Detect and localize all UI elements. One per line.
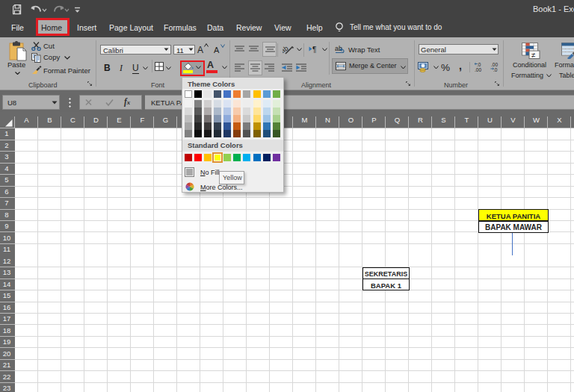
svg-text:¶: ¶ [312, 46, 316, 54]
svg-text:.0: .0 [493, 67, 498, 72]
svg-text:≠: ≠ [531, 51, 535, 59]
svg-text:.00: .00 [475, 67, 481, 72]
